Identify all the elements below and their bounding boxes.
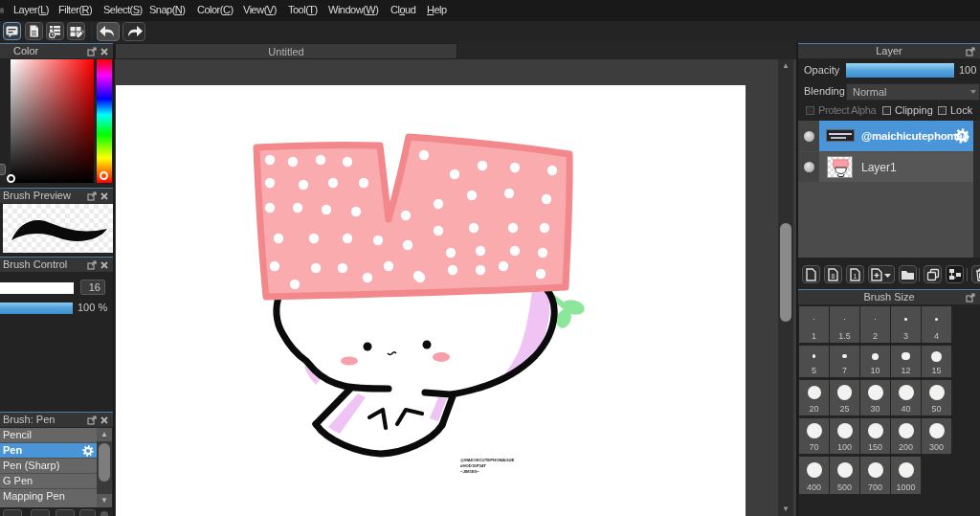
svg-text:1: 1 (854, 272, 858, 279)
svg-text:@MAICHICUTEPHOMAGUE: @MAICHICUTEPHOMAGUE (460, 458, 515, 462)
svg-text:8: 8 (832, 272, 835, 279)
svg-text:#HOD15P34T: #HOD15P34T (460, 463, 486, 468)
svg-text:~JIM1E5~: ~JIM1E5~ (460, 469, 479, 474)
